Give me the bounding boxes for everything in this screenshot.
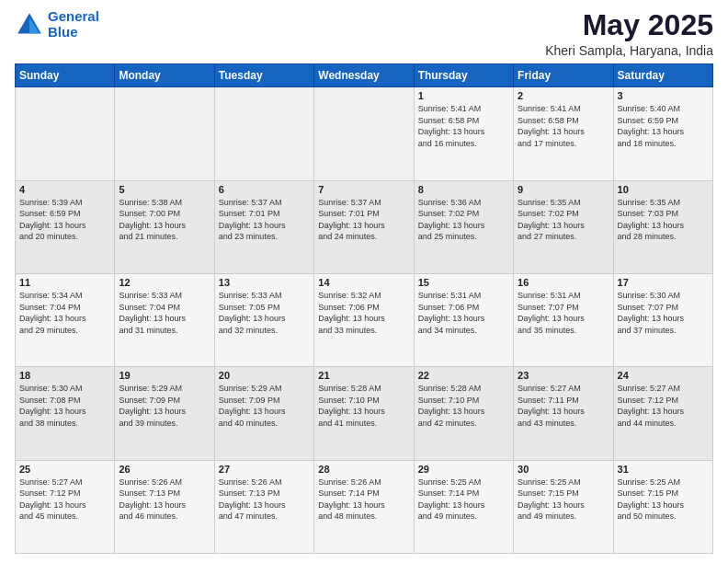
title-block: May 2025 Kheri Sampla, Haryana, India bbox=[545, 9, 713, 58]
weekday-friday: Friday bbox=[514, 64, 613, 87]
logo-blue: Blue bbox=[48, 25, 99, 40]
day-info: Sunrise: 5:30 AM Sunset: 7:08 PM Dayligh… bbox=[19, 383, 110, 429]
day-cell: 9Sunrise: 5:35 AM Sunset: 7:02 PM Daylig… bbox=[514, 180, 613, 273]
day-info: Sunrise: 5:41 AM Sunset: 6:58 PM Dayligh… bbox=[518, 103, 609, 149]
day-info: Sunrise: 5:28 AM Sunset: 7:10 PM Dayligh… bbox=[318, 383, 409, 429]
day-info: Sunrise: 5:26 AM Sunset: 7:13 PM Dayligh… bbox=[119, 477, 210, 523]
day-cell: 13Sunrise: 5:33 AM Sunset: 7:05 PM Dayli… bbox=[214, 273, 313, 366]
day-number: 29 bbox=[418, 464, 509, 475]
day-cell: 16Sunrise: 5:31 AM Sunset: 7:07 PM Dayli… bbox=[514, 273, 613, 366]
day-number: 26 bbox=[119, 464, 210, 475]
day-cell: 20Sunrise: 5:29 AM Sunset: 7:09 PM Dayli… bbox=[214, 367, 313, 460]
day-info: Sunrise: 5:27 AM Sunset: 7:12 PM Dayligh… bbox=[618, 383, 709, 429]
logo-icon bbox=[15, 10, 44, 40]
day-info: Sunrise: 5:25 AM Sunset: 7:14 PM Dayligh… bbox=[418, 477, 509, 523]
day-cell: 27Sunrise: 5:26 AM Sunset: 7:13 PM Dayli… bbox=[214, 460, 313, 553]
day-info: Sunrise: 5:37 AM Sunset: 7:01 PM Dayligh… bbox=[219, 197, 310, 243]
day-number: 15 bbox=[418, 277, 509, 288]
day-number: 18 bbox=[19, 370, 110, 381]
day-number: 31 bbox=[618, 464, 709, 475]
day-info: Sunrise: 5:37 AM Sunset: 7:01 PM Dayligh… bbox=[318, 197, 409, 243]
day-number: 25 bbox=[19, 464, 110, 475]
day-number: 11 bbox=[19, 277, 110, 288]
day-number: 8 bbox=[418, 184, 509, 195]
day-info: Sunrise: 5:26 AM Sunset: 7:14 PM Dayligh… bbox=[318, 477, 409, 523]
day-number: 24 bbox=[618, 370, 709, 381]
day-number: 17 bbox=[618, 277, 709, 288]
day-info: Sunrise: 5:25 AM Sunset: 7:15 PM Dayligh… bbox=[518, 477, 609, 523]
day-number: 6 bbox=[219, 184, 310, 195]
day-cell: 3Sunrise: 5:40 AM Sunset: 6:59 PM Daylig… bbox=[613, 87, 712, 180]
day-number: 27 bbox=[219, 464, 310, 475]
day-info: Sunrise: 5:26 AM Sunset: 7:13 PM Dayligh… bbox=[219, 477, 310, 523]
day-number: 30 bbox=[518, 464, 609, 475]
day-number: 7 bbox=[318, 184, 409, 195]
day-cell bbox=[115, 87, 214, 180]
week-row-1: 1Sunrise: 5:41 AM Sunset: 6:58 PM Daylig… bbox=[16, 87, 713, 180]
day-number: 22 bbox=[418, 370, 509, 381]
day-cell bbox=[16, 87, 115, 180]
day-info: Sunrise: 5:29 AM Sunset: 7:09 PM Dayligh… bbox=[219, 383, 310, 429]
day-cell: 22Sunrise: 5:28 AM Sunset: 7:10 PM Dayli… bbox=[414, 367, 513, 460]
day-info: Sunrise: 5:40 AM Sunset: 6:59 PM Dayligh… bbox=[618, 103, 709, 149]
day-cell: 25Sunrise: 5:27 AM Sunset: 7:12 PM Dayli… bbox=[16, 460, 115, 553]
day-cell: 15Sunrise: 5:31 AM Sunset: 7:06 PM Dayli… bbox=[414, 273, 513, 366]
day-number: 23 bbox=[518, 370, 609, 381]
day-info: Sunrise: 5:35 AM Sunset: 7:03 PM Dayligh… bbox=[618, 197, 709, 243]
day-info: Sunrise: 5:33 AM Sunset: 7:04 PM Dayligh… bbox=[119, 290, 210, 336]
day-number: 21 bbox=[318, 370, 409, 381]
day-cell bbox=[314, 87, 414, 180]
weekday-sunday: Sunday bbox=[16, 64, 115, 87]
day-cell: 30Sunrise: 5:25 AM Sunset: 7:15 PM Dayli… bbox=[514, 460, 613, 553]
week-row-2: 4Sunrise: 5:39 AM Sunset: 6:59 PM Daylig… bbox=[16, 180, 713, 273]
day-cell: 31Sunrise: 5:25 AM Sunset: 7:15 PM Dayli… bbox=[613, 460, 712, 553]
day-info: Sunrise: 5:39 AM Sunset: 6:59 PM Dayligh… bbox=[19, 197, 110, 243]
weekday-header-row: SundayMondayTuesdayWednesdayThursdayFrid… bbox=[16, 64, 713, 87]
day-info: Sunrise: 5:31 AM Sunset: 7:07 PM Dayligh… bbox=[518, 290, 609, 336]
day-cell: 2Sunrise: 5:41 AM Sunset: 6:58 PM Daylig… bbox=[514, 87, 613, 180]
day-number: 5 bbox=[119, 184, 210, 195]
day-number: 10 bbox=[618, 184, 709, 195]
day-info: Sunrise: 5:25 AM Sunset: 7:15 PM Dayligh… bbox=[618, 477, 709, 523]
day-cell: 11Sunrise: 5:34 AM Sunset: 7:04 PM Dayli… bbox=[16, 273, 115, 366]
day-info: Sunrise: 5:38 AM Sunset: 7:00 PM Dayligh… bbox=[119, 197, 210, 243]
day-info: Sunrise: 5:35 AM Sunset: 7:02 PM Dayligh… bbox=[518, 197, 609, 243]
day-cell: 17Sunrise: 5:30 AM Sunset: 7:07 PM Dayli… bbox=[613, 273, 712, 366]
day-info: Sunrise: 5:27 AM Sunset: 7:12 PM Dayligh… bbox=[19, 477, 110, 523]
day-cell: 8Sunrise: 5:36 AM Sunset: 7:02 PM Daylig… bbox=[414, 180, 513, 273]
day-number: 4 bbox=[19, 184, 110, 195]
day-number: 20 bbox=[219, 370, 310, 381]
week-row-4: 18Sunrise: 5:30 AM Sunset: 7:08 PM Dayli… bbox=[16, 367, 713, 460]
day-cell: 1Sunrise: 5:41 AM Sunset: 6:58 PM Daylig… bbox=[414, 87, 513, 180]
day-info: Sunrise: 5:33 AM Sunset: 7:05 PM Dayligh… bbox=[219, 290, 310, 336]
day-number: 19 bbox=[119, 370, 210, 381]
month-title: May 2025 bbox=[545, 9, 713, 41]
day-cell: 28Sunrise: 5:26 AM Sunset: 7:14 PM Dayli… bbox=[314, 460, 414, 553]
day-info: Sunrise: 5:28 AM Sunset: 7:10 PM Dayligh… bbox=[418, 383, 509, 429]
week-row-5: 25Sunrise: 5:27 AM Sunset: 7:12 PM Dayli… bbox=[16, 460, 713, 553]
day-info: Sunrise: 5:34 AM Sunset: 7:04 PM Dayligh… bbox=[19, 290, 110, 336]
day-info: Sunrise: 5:32 AM Sunset: 7:06 PM Dayligh… bbox=[318, 290, 409, 336]
day-number: 13 bbox=[219, 277, 310, 288]
day-cell: 29Sunrise: 5:25 AM Sunset: 7:14 PM Dayli… bbox=[414, 460, 513, 553]
header: General Blue May 2025 Kheri Sampla, Hary… bbox=[15, 9, 713, 58]
weekday-tuesday: Tuesday bbox=[214, 64, 313, 87]
day-number: 14 bbox=[318, 277, 409, 288]
day-info: Sunrise: 5:30 AM Sunset: 7:07 PM Dayligh… bbox=[618, 290, 709, 336]
weekday-thursday: Thursday bbox=[414, 64, 513, 87]
day-cell: 14Sunrise: 5:32 AM Sunset: 7:06 PM Dayli… bbox=[314, 273, 414, 366]
day-number: 2 bbox=[518, 90, 609, 101]
day-info: Sunrise: 5:27 AM Sunset: 7:11 PM Dayligh… bbox=[518, 383, 609, 429]
logo: General Blue bbox=[15, 9, 99, 40]
day-cell: 12Sunrise: 5:33 AM Sunset: 7:04 PM Dayli… bbox=[115, 273, 214, 366]
day-number: 16 bbox=[518, 277, 609, 288]
day-cell bbox=[214, 87, 313, 180]
page: General Blue May 2025 Kheri Sampla, Hary… bbox=[0, 0, 728, 563]
week-row-3: 11Sunrise: 5:34 AM Sunset: 7:04 PM Dayli… bbox=[16, 273, 713, 366]
logo-general: General bbox=[48, 8, 99, 24]
day-cell: 18Sunrise: 5:30 AM Sunset: 7:08 PM Dayli… bbox=[16, 367, 115, 460]
day-info: Sunrise: 5:36 AM Sunset: 7:02 PM Dayligh… bbox=[418, 197, 509, 243]
calendar: SundayMondayTuesdayWednesdayThursdayFrid… bbox=[15, 63, 713, 554]
day-cell: 7Sunrise: 5:37 AM Sunset: 7:01 PM Daylig… bbox=[314, 180, 414, 273]
weekday-monday: Monday bbox=[115, 64, 214, 87]
